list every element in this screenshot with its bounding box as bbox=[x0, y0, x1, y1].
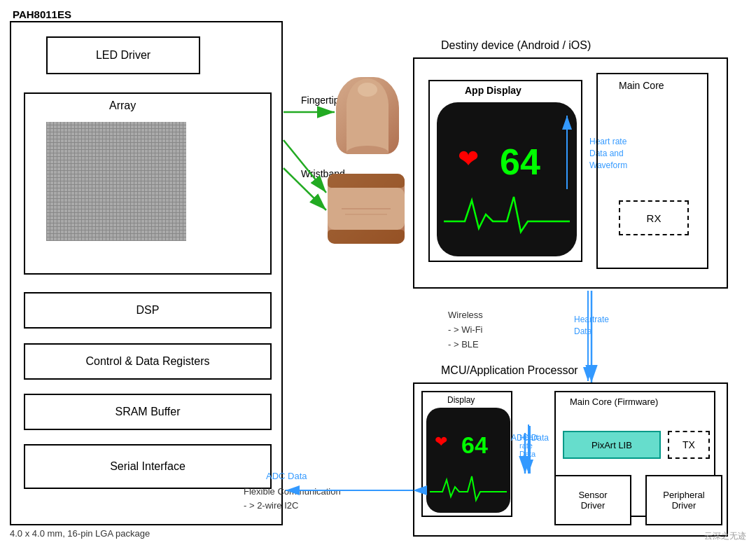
pah-size-label: 4.0 x 4.0 mm, 16-pin LGA package bbox=[10, 528, 150, 539]
svg-rect-6 bbox=[328, 230, 405, 244]
svg-point-3 bbox=[358, 83, 377, 97]
serial-label: Serial Interface bbox=[110, 460, 186, 473]
diagram-container: PAH8011ES LED Driver Array DSP Control &… bbox=[0, 0, 756, 552]
dsp-label: DSP bbox=[136, 304, 160, 317]
watch-ecg-small bbox=[430, 474, 507, 502]
serial-box: Serial Interface bbox=[24, 444, 272, 489]
array-box: Array bbox=[24, 92, 272, 275]
destiny-label: Destiny device (Android / iOS) bbox=[441, 39, 591, 52]
sram-box: SRAM Buffer bbox=[24, 394, 272, 430]
display-mcu-box: Display ❤ 64 bbox=[421, 391, 512, 517]
led-driver-label: LED Driver bbox=[96, 49, 150, 62]
main-core-destiny-label: Main Core bbox=[619, 80, 664, 91]
peripheral-driver-box: Peripheral Driver bbox=[645, 475, 722, 525]
main-core-fw-label: Main Core (Firmware) bbox=[570, 396, 658, 407]
sensor-driver-box: Sensor Driver bbox=[554, 475, 631, 525]
mcu-outer-box: Display ❤ 64 Heart rate Data Main Core (… bbox=[413, 382, 728, 537]
sensor-driver-label: Sensor Driver bbox=[578, 490, 607, 511]
pixart-lib-label: PixArt LIB bbox=[592, 440, 632, 450]
pah-label: PAH8011ES bbox=[13, 8, 71, 20]
flexible-comm-label: Flexible Communication - > 2-wire I2C bbox=[244, 485, 341, 512]
pah-outer-box: LED Driver Array DSP Control & Data Regi… bbox=[10, 21, 283, 525]
array-grid bbox=[46, 122, 186, 241]
array-label: Array bbox=[109, 99, 136, 112]
tx-box: TX bbox=[668, 431, 710, 459]
display-mcu-label: Display bbox=[447, 395, 475, 405]
watch-face-large: ❤ 64 bbox=[437, 102, 577, 256]
watermark: 云深之无迹 bbox=[704, 530, 746, 542]
svg-rect-1 bbox=[346, 104, 388, 153]
watch-number-small: 64 bbox=[461, 432, 488, 459]
ctrl-reg-label: Control & Data Registers bbox=[86, 355, 210, 368]
adc-data-label-mcu: ADC Data bbox=[511, 433, 549, 443]
tx-label: TX bbox=[682, 439, 695, 450]
svg-line-15 bbox=[284, 140, 326, 193]
rx-box: RX bbox=[619, 200, 689, 235]
sram-label: SRAM Buffer bbox=[115, 406, 180, 418]
svg-rect-5 bbox=[328, 174, 405, 188]
watch-heart-small-icon: ❤ bbox=[435, 433, 447, 451]
wrist-image bbox=[328, 174, 405, 244]
finger-image bbox=[336, 77, 399, 154]
wireless-label: Wireless - > Wi-Fi - > BLE bbox=[448, 308, 483, 352]
app-display-label: App Display bbox=[465, 85, 522, 96]
peripheral-driver-label: Peripheral Driver bbox=[663, 490, 704, 511]
ctrl-reg-box: Control & Data Registers bbox=[24, 343, 272, 380]
heartrate-data-label: Heartrate Data bbox=[574, 314, 609, 338]
led-driver-box: LED Driver bbox=[46, 36, 200, 74]
mcu-label: MCU/Application Processor bbox=[441, 364, 578, 377]
watch-face-small: ❤ 64 bbox=[426, 408, 510, 513]
watch-heart-icon: ❤ bbox=[458, 144, 479, 174]
main-core-destiny-box: Main Core RX bbox=[596, 73, 708, 269]
dsp-box: DSP bbox=[24, 292, 272, 329]
pixart-lib-box: PixArt LIB bbox=[563, 431, 661, 459]
adc-data-label-serial: ADC Data bbox=[266, 471, 307, 481]
watch-number: 64 bbox=[500, 141, 540, 183]
app-display-box: App Display ❤ 64 bbox=[428, 80, 582, 262]
watch-ecg-large bbox=[444, 193, 570, 235]
rx-label: RX bbox=[647, 212, 662, 224]
destiny-outer-box: App Display ❤ 64 Heart rate Data and Wav… bbox=[413, 57, 728, 289]
